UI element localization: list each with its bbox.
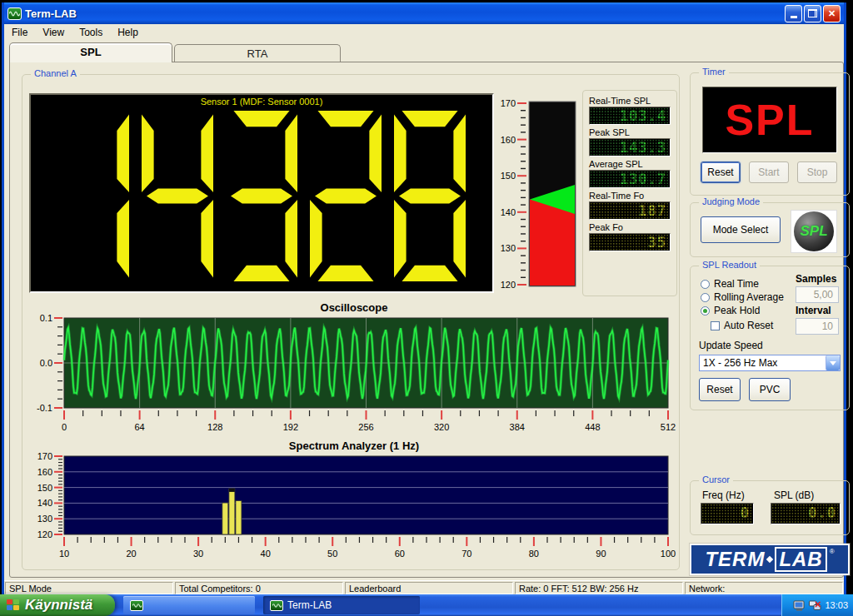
svg-text:512: 512: [661, 422, 676, 432]
waveform-icon: [270, 600, 283, 611]
spl-org-logo: SPL: [791, 210, 837, 253]
network-disconnected-tray-icon[interactable]: [809, 600, 821, 611]
timer-start-button: Start: [749, 161, 789, 183]
menu-tools[interactable]: Tools: [72, 25, 110, 40]
peak-spl-display: 143.3: [589, 138, 671, 156]
judging-mode-label: Judging Mode: [699, 196, 763, 206]
readout-panel: Real-Time SPL 103.4 Peak SPL 143.3 Avera…: [582, 90, 677, 296]
svg-text:130: 130: [37, 514, 52, 524]
status-leaderboard: Leaderboard: [345, 582, 513, 594]
update-speed-dropdown[interactable]: 1X - 256 Hz Max: [699, 355, 841, 371]
status-rate: Rate: 0 FFT: 512 BW: 256 Hz: [515, 582, 683, 594]
svg-text:80: 80: [529, 549, 539, 559]
interval-label: Interval: [796, 305, 831, 316]
chevron-down-icon[interactable]: [826, 355, 840, 370]
svg-text:100: 100: [661, 549, 676, 559]
window-title: Term-LAB: [25, 7, 783, 20]
menu-file[interactable]: File: [4, 25, 35, 40]
radio-selected-icon: [701, 306, 710, 315]
oscilloscope-svg: 0.10.0-0.1064128192256320384448512: [29, 315, 679, 436]
samples-label: Samples: [796, 273, 836, 285]
radio-peak-hold[interactable]: Peak Hold: [701, 305, 760, 316]
svg-text:256: 256: [358, 422, 373, 432]
svg-text:384: 384: [510, 422, 525, 432]
app-waveform-icon: [7, 7, 22, 20]
tab-strip: RTA SPL: [4, 42, 844, 63]
svg-text:30: 30: [193, 549, 203, 559]
tab-spl[interactable]: SPL: [9, 42, 172, 62]
main-spl-display: Sensor 1 (MDF: Sensor 0001): [29, 93, 494, 293]
checkbox-icon: [711, 321, 720, 330]
taskbar-item-secondary[interactable]: [123, 596, 255, 614]
pvc-button[interactable]: PVC: [749, 378, 791, 401]
cursor-spl-display: 0.0: [771, 503, 841, 524]
svg-text:0: 0: [62, 422, 67, 432]
spl-meter: 120130140150160170: [497, 93, 581, 295]
svg-text:160: 160: [37, 467, 52, 477]
svg-text:128: 128: [207, 422, 222, 432]
term-lab-logo: TERM LAB ®: [690, 544, 850, 575]
svg-text:140: 140: [501, 207, 516, 217]
auto-reset-checkbox[interactable]: Auto Reset: [711, 320, 773, 331]
svg-text:60: 60: [395, 549, 405, 559]
svg-text:0.1: 0.1: [40, 315, 52, 323]
realtime-fo-display: 187: [589, 201, 671, 220]
menubar: File View Tools Help: [4, 24, 844, 41]
svg-text:20: 20: [126, 549, 136, 559]
spl-reset-button[interactable]: Reset: [699, 378, 741, 401]
svg-text:130: 130: [501, 243, 516, 253]
spl-readout-buttons: Reset PVC: [699, 378, 791, 401]
waveform-icon: [130, 600, 143, 611]
spectrum-title: Spectrum Analyzer (1 Hz): [29, 440, 679, 452]
cursor-freq-label: Freq (Hz): [702, 489, 745, 501]
average-spl-display: 130.7: [589, 170, 671, 188]
windows-flag-icon: [7, 599, 20, 611]
channel-a-groupbox: Channel A Sensor 1 (MDF: Sensor 0001) 12…: [22, 74, 680, 570]
menu-view[interactable]: View: [35, 25, 72, 40]
oscilloscope-title: Oscilloscope: [29, 301, 679, 314]
seven-segment-digit: [310, 111, 382, 281]
status-network: Network:: [685, 582, 843, 594]
spectrum-plot: 120130140150160170102030405060708090100: [29, 453, 679, 566]
svg-text:170: 170: [37, 453, 52, 461]
svg-text:150: 150: [501, 171, 516, 181]
radio-rolling-average[interactable]: Rolling Average: [701, 291, 784, 303]
tab-rta[interactable]: RTA: [174, 44, 341, 62]
display-settings-tray-icon[interactable]: [793, 600, 806, 611]
realtime-spl-display: 103.4: [589, 107, 671, 125]
update-speed-label: Update Speed: [699, 340, 763, 351]
menu-help[interactable]: Help: [110, 25, 146, 40]
interval-field: 10: [796, 318, 839, 335]
readout-peak-fo: Peak Fo 35: [589, 222, 672, 251]
svg-text:0.0: 0.0: [40, 358, 52, 368]
taskbar: Käynnistä Term-LAB 13:03: [0, 594, 853, 616]
seven-segment-digit: [142, 111, 213, 281]
logo-diamond-icon: [766, 556, 773, 563]
readout-realtime-spl: Real-Time SPL 103.4: [589, 96, 672, 125]
start-button[interactable]: Käynnistä: [0, 594, 115, 616]
samples-field: 5,00: [796, 286, 839, 303]
peak-fo-display: 35: [589, 233, 671, 251]
channel-a-label: Channel A: [31, 68, 80, 78]
restore-button[interactable]: [804, 5, 821, 22]
svg-text:120: 120: [501, 280, 516, 290]
timer-reset-button[interactable]: Reset: [701, 161, 741, 183]
mode-select-button[interactable]: Mode Select: [701, 216, 781, 243]
spectrum-svg: 120130140150160170102030405060708090100: [29, 453, 679, 563]
radio-real-time[interactable]: Real Time: [701, 278, 759, 290]
cursor-groupbox: Cursor Freq (Hz) SPL (dB) 0 0.0: [690, 480, 850, 535]
svg-text:160: 160: [501, 135, 516, 145]
svg-text:90: 90: [596, 549, 606, 559]
minimize-button[interactable]: [785, 5, 802, 22]
system-tray: 13:03: [781, 594, 853, 616]
taskbar-item-termlab[interactable]: Term-LAB: [263, 596, 420, 614]
oscilloscope-plot: 0.10.0-0.1064128192256320384448512: [29, 315, 679, 440]
timer-display: SPL: [702, 87, 837, 153]
seven-segment-digit: [394, 111, 466, 281]
restore-icon: [808, 9, 817, 17]
cursor-spl-label: SPL (dB): [774, 489, 814, 501]
svg-text:50: 50: [327, 549, 337, 559]
close-button[interactable]: ✕: [823, 5, 841, 22]
svg-text:170: 170: [501, 98, 516, 108]
seven-segment-digit: [57, 111, 129, 281]
